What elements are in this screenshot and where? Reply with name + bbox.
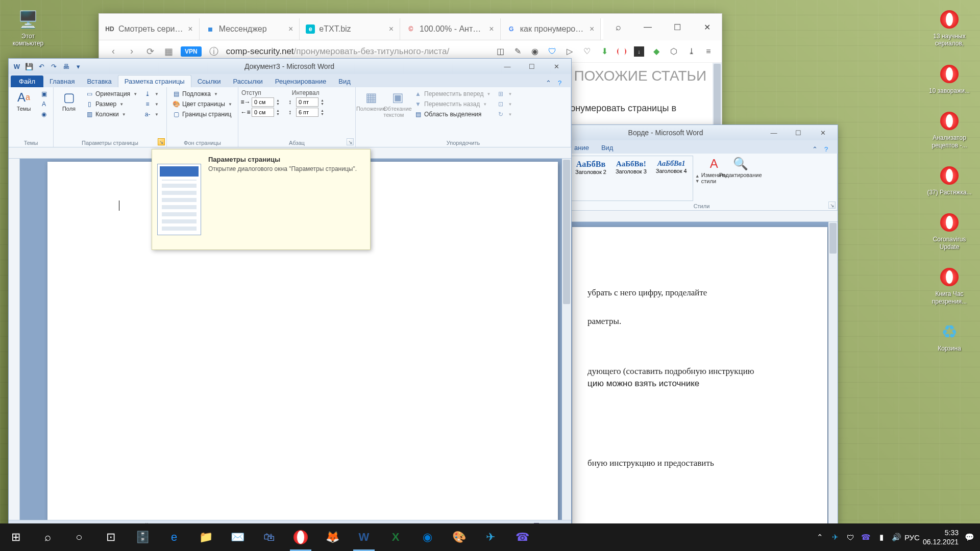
desktop-icon-recycle-bin[interactable]: Корзина: [924, 317, 975, 354]
taskbar-app-excel[interactable]: X: [380, 523, 411, 551]
style-item[interactable]: АаБбВв!Заголовок 3: [612, 158, 650, 198]
desktop-icon-computer[interactable]: 🖥️ Этот компьютер: [5, 5, 51, 49]
taskbar-app-opera[interactable]: [285, 523, 316, 551]
minimize-button[interactable]: —: [762, 127, 786, 138]
back-button[interactable]: ‹: [107, 45, 119, 58]
browser-tab[interactable]: eeTXT.biz×: [300, 18, 400, 40]
print-preview-button[interactable]: 🖶: [61, 61, 71, 71]
extension-icon[interactable]: ↓: [634, 46, 644, 57]
desktop-icon-opera-link[interactable]: Книга Час презрения...: [924, 263, 975, 307]
themes-button[interactable]: AaТемы: [12, 89, 36, 138]
redo-button[interactable]: ↷: [48, 61, 59, 71]
task-view-button[interactable]: ⊡: [95, 523, 127, 551]
help-icon[interactable]: ?: [558, 79, 566, 87]
taskbar-app-word[interactable]: W: [348, 523, 380, 551]
file-tab[interactable]: Файл: [11, 76, 43, 87]
editing-button[interactable]: 🔍Редактирование: [728, 156, 753, 201]
browser-tab[interactable]: Gкак пронумеровать с×: [501, 18, 601, 40]
space-before-spinner[interactable]: ↕▲▼: [286, 97, 324, 107]
snapshot-icon[interactable]: ◉: [530, 46, 540, 57]
shield-icon[interactable]: 🛡: [547, 46, 557, 57]
style-item[interactable]: АаБбВв1Заголовок 4: [652, 158, 691, 198]
start-button[interactable]: ⊞: [0, 523, 32, 551]
dialog-launcher[interactable]: ↘: [828, 202, 836, 209]
help-icon[interactable]: ?: [824, 145, 832, 154]
watermark-button[interactable]: ▤Подложка▼: [170, 89, 234, 98]
close-button[interactable]: ✕: [545, 61, 568, 72]
minimize-button[interactable]: —: [633, 14, 663, 40]
ruler-vertical[interactable]: [9, 159, 20, 520]
ribbon-tab-insert[interactable]: Вставка: [81, 76, 117, 87]
browser-tab[interactable]: ◼Мессенджер×: [200, 18, 300, 40]
close-button[interactable]: ✕: [692, 14, 722, 40]
search-button[interactable]: ⌕: [32, 523, 63, 551]
tray-shield-icon[interactable]: 🛡: [846, 533, 855, 542]
ribbon-tab-view[interactable]: Вид: [332, 76, 357, 87]
page-color-button[interactable]: 🎨Цвет страницы▼: [170, 99, 234, 109]
save-button[interactable]: 💾: [24, 61, 34, 71]
style-item[interactable]: АаБбВвЗаголовок 2: [572, 158, 610, 198]
ribbon-tab-mailings[interactable]: Рассылки: [227, 76, 269, 87]
indent-right-spinner[interactable]: ←≡▲▼: [241, 108, 280, 117]
doc-scrollbar[interactable]: [562, 159, 571, 520]
tray-language[interactable]: РУС: [908, 533, 917, 542]
url-field[interactable]: comp-security.net/пронумеровать-без-титу…: [226, 46, 489, 57]
forward-button[interactable]: ›: [126, 45, 138, 58]
line-numbers-button[interactable]: ≡▼: [141, 99, 161, 109]
desktop-icon-opera-link[interactable]: 10 заворажи...: [924, 60, 975, 96]
desktop-icon-opera-link[interactable]: Coronavirus Update: [924, 208, 975, 253]
ruler-horizontal[interactable]: [566, 211, 838, 222]
word-app-icon[interactable]: W: [12, 61, 22, 71]
indent-right-input[interactable]: [252, 108, 274, 117]
taskbar-app-firefox[interactable]: 🦊: [316, 523, 348, 551]
downloads-icon[interactable]: ⤓: [686, 46, 696, 57]
ribbon-tab-page-layout[interactable]: Разметка страницы: [118, 75, 191, 87]
taskbar-app-folder[interactable]: 📁: [190, 523, 222, 551]
vpn-badge[interactable]: VPN: [181, 46, 202, 57]
space-before-input[interactable]: [296, 97, 318, 107]
cortana-button[interactable]: ○: [63, 523, 95, 551]
space-after-spinner[interactable]: ↕▲▼: [286, 108, 324, 117]
minimize-ribbon-icon[interactable]: ⌃: [546, 79, 554, 87]
qat-customize-button[interactable]: ▾: [73, 61, 83, 71]
undo-button[interactable]: ↶: [36, 61, 46, 71]
close-button[interactable]: ✕: [811, 127, 835, 138]
browser-search-button[interactable]: ⌕: [603, 14, 633, 40]
hyphenation-button[interactable]: a-▼: [141, 110, 161, 119]
indent-left-input[interactable]: [252, 97, 274, 107]
maximize-button[interactable]: ☐: [663, 14, 692, 40]
margins-button[interactable]: ▢Поля: [57, 89, 81, 138]
minimize-ribbon-icon[interactable]: ⌃: [812, 145, 820, 154]
taskbar-app-store[interactable]: 🛍: [253, 523, 285, 551]
desktop-icon-opera-link[interactable]: 13 научных сериалов,: [924, 5, 975, 49]
speed-dial-button[interactable]: ▦: [162, 45, 175, 58]
notifications-icon[interactable]: 💬: [965, 533, 974, 542]
tab-close-icon[interactable]: ×: [389, 24, 394, 34]
site-info-icon[interactable]: ⓘ: [208, 45, 220, 58]
tab-close-icon[interactable]: ×: [489, 24, 494, 34]
page-setup-dialog-launcher[interactable]: ↘: [158, 138, 165, 145]
send-icon[interactable]: ▷: [565, 46, 575, 57]
opera-menu-icon[interactable]: [617, 46, 627, 57]
paragraph-dialog-launcher[interactable]: ↘: [347, 138, 354, 145]
change-styles-button[interactable]: AИзменить стили: [702, 156, 726, 201]
minimize-button[interactable]: —: [496, 61, 519, 72]
taskbar-app-telegram[interactable]: ✈: [475, 523, 506, 551]
ribbon-tab-review[interactable]: Рецензирование: [269, 76, 332, 87]
columns-button[interactable]: ▥Колонки▼: [83, 110, 139, 119]
styles-gallery[interactable]: АаБбВвЗаголовок 2 АаБбВв!Заголовок 3 АаБ…: [569, 156, 693, 201]
download-arrow-icon[interactable]: ⬇: [599, 46, 609, 57]
tab-close-icon[interactable]: ×: [288, 24, 293, 34]
sidebar-icon[interactable]: ◫: [495, 46, 505, 57]
heart-icon[interactable]: ♡: [582, 46, 592, 57]
space-after-input[interactable]: [296, 108, 318, 117]
browser-tab[interactable]: ©100.00% - Антиплаги×: [400, 18, 501, 40]
ribbon-tab[interactable]: Вид: [595, 142, 620, 154]
tray-telegram-icon[interactable]: ✈: [831, 533, 840, 542]
taskbar-app-explorer[interactable]: 🗄️: [127, 523, 158, 551]
maximize-button[interactable]: ☐: [787, 127, 810, 138]
tray-volume-icon[interactable]: 🔊: [892, 533, 901, 542]
document-page[interactable]: убрать с него цифру, проделайте раметры.…: [572, 227, 827, 530]
edit-icon[interactable]: ✎: [512, 46, 523, 57]
taskbar-app-viber[interactable]: ☎: [506, 523, 538, 551]
